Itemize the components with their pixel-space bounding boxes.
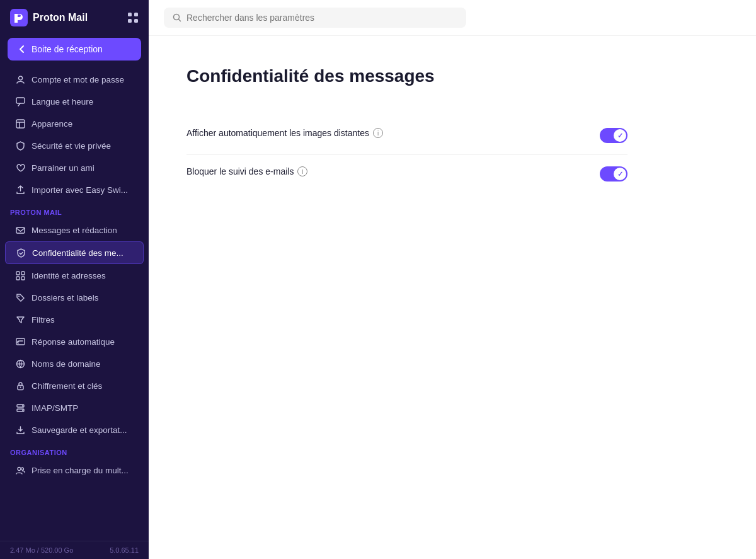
svg-point-13 <box>18 296 20 297</box>
app-name: Proton Mail <box>33 12 88 23</box>
sidebar-item-apparence[interactable]: Apparence <box>5 113 144 134</box>
svg-rect-2 <box>134 13 138 16</box>
settings-section: Afficher automatiquement les images dist… <box>186 117 627 193</box>
logo-area: Proton Mail <box>10 9 88 26</box>
svg-point-21 <box>22 410 23 411</box>
setting-info-images: Afficher automatiquement les images dist… <box>186 128 383 138</box>
toggle-suivi-track: ✓ <box>600 166 627 182</box>
lock-icon <box>15 381 25 391</box>
upload-icon <box>15 185 25 195</box>
svg-point-20 <box>22 405 23 406</box>
svg-rect-12 <box>21 277 25 280</box>
shield-icon <box>15 141 25 151</box>
sidebar-item-langue[interactable]: Langue et heure <box>5 91 144 112</box>
section-organisation: Organisation <box>0 441 149 459</box>
sidebar-item-identite[interactable]: Identité et adresses <box>5 265 144 286</box>
svg-point-23 <box>21 468 23 470</box>
sidebar-item-securite[interactable]: Sécurité et vie privée <box>5 135 144 156</box>
sidebar-item-chiffrement[interactable]: Chiffrement et clés <box>5 375 144 396</box>
toggle-images[interactable]: ✓ <box>600 128 627 143</box>
sidebar-item-dossiers[interactable]: Dossiers et labels <box>5 287 144 308</box>
layout-icon <box>15 118 25 129</box>
svg-rect-4 <box>134 19 138 23</box>
sidebar: Proton Mail Boite de réception Compte et… <box>0 0 149 559</box>
svg-rect-11 <box>16 277 20 280</box>
setting-row-images: Afficher automatiquement les images dist… <box>186 117 627 155</box>
tag-icon <box>15 292 25 303</box>
toggle-check-images: ✓ <box>617 132 623 140</box>
svg-rect-6 <box>16 98 25 103</box>
info-icon-suivi[interactable]: i <box>297 166 307 176</box>
apps-grid-icon[interactable] <box>127 12 139 23</box>
shield-check-icon <box>16 248 26 258</box>
setting-info-suivi: Bloquer le suivi des e-mails i <box>186 166 307 176</box>
setting-row-suivi: Bloquer le suivi des e-mails i ✓ <box>186 155 627 193</box>
svg-point-17 <box>20 386 21 388</box>
setting-label-images: Afficher automatiquement les images dist… <box>186 128 369 138</box>
svg-point-5 <box>18 76 22 80</box>
toggle-images-track: ✓ <box>600 128 627 143</box>
sidebar-item-reponse[interactable]: Réponse automatique <box>5 331 144 352</box>
sidebar-footer: 2.47 Mo / 520.00 Go 5.0.65.11 <box>0 541 149 559</box>
svg-rect-3 <box>128 19 132 23</box>
grid-icon <box>15 270 25 280</box>
user-icon <box>15 74 25 84</box>
toggle-images-thumb: ✓ <box>614 129 626 142</box>
globe-icon <box>15 359 25 369</box>
svg-rect-10 <box>21 272 25 275</box>
sidebar-item-compte[interactable]: Compte et mot de passe <box>5 69 144 90</box>
version-info: 5.0.65.11 <box>110 546 139 554</box>
sidebar-item-confidentialite[interactable]: Confidentialité des me... <box>5 241 144 264</box>
arrow-left-icon <box>18 45 26 54</box>
search-icon <box>173 13 181 22</box>
sidebar-item-parrainer[interactable]: Parrainer un ami <box>5 157 144 178</box>
storage-info: 2.47 Mo / 520.00 Go <box>10 546 73 554</box>
search-box[interactable] <box>164 8 466 28</box>
sidebar-item-filtres[interactable]: Filtres <box>5 309 144 330</box>
sidebar-item-sauvegarde[interactable]: Sauvegarde et exportat... <box>5 419 144 441</box>
sidebar-item-imap[interactable]: IMAP/SMTP <box>5 397 144 418</box>
filter-icon <box>15 314 25 325</box>
auto-reply-icon <box>15 337 25 347</box>
proton-logo-icon <box>10 9 28 26</box>
inbox-button[interactable]: Boite de réception <box>8 38 141 61</box>
top-bar <box>149 0 756 36</box>
sidebar-nav: Compte et mot de passe Langue et heure A… <box>0 68 149 541</box>
svg-rect-8 <box>16 228 25 233</box>
svg-rect-9 <box>16 272 20 275</box>
sidebar-item-domaine[interactable]: Noms de domaine <box>5 353 144 374</box>
page-title: Confidentialité des messages <box>186 66 718 86</box>
search-input[interactable] <box>186 13 457 23</box>
export-icon <box>15 425 25 435</box>
sidebar-item-prise[interactable]: Prise en charge du mult... <box>5 459 144 481</box>
info-icon-images[interactable]: i <box>373 128 383 138</box>
toggle-suivi-thumb: ✓ <box>614 168 626 180</box>
svg-point-22 <box>18 467 21 470</box>
sidebar-item-importer[interactable]: Importer avec Easy Swi... <box>5 179 144 200</box>
main-content: Confidentialité des messages Afficher au… <box>149 0 756 559</box>
toggle-check-suivi: ✓ <box>617 170 623 178</box>
heart-icon <box>15 163 25 173</box>
envelope-icon <box>15 225 25 235</box>
sidebar-header: Proton Mail <box>0 0 149 35</box>
settings-content: Confidentialité des messages Afficher au… <box>149 36 756 559</box>
setting-label-suivi: Bloquer le suivi des e-mails <box>186 166 294 176</box>
server-icon <box>15 403 25 413</box>
svg-rect-7 <box>16 120 25 128</box>
sidebar-item-messages[interactable]: Messages et rédaction <box>5 219 144 241</box>
users-icon <box>15 465 25 475</box>
svg-rect-1 <box>128 13 132 16</box>
section-proton-mail: Proton Mail <box>0 201 149 219</box>
chat-icon <box>15 96 25 107</box>
toggle-suivi[interactable]: ✓ <box>600 166 627 182</box>
